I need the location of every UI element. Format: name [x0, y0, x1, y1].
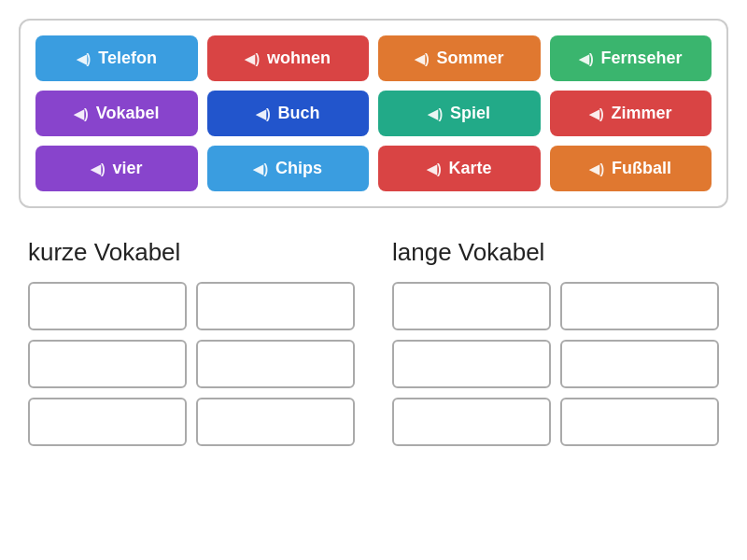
chip-zimmer[interactable]: ◀)Zimmer	[550, 91, 712, 136]
chip-label: Buch	[278, 104, 320, 123]
top-panel: ◀)Telefon◀)wohnen◀)Sommer◀)Fernseher◀)Vo…	[19, 19, 728, 208]
drop-box[interactable]	[196, 398, 355, 446]
drop-box[interactable]	[392, 340, 551, 388]
speaker-icon: ◀)	[245, 51, 260, 66]
speaker-icon: ◀)	[91, 161, 106, 176]
speaker-icon: ◀)	[77, 51, 92, 66]
speaker-icon: ◀)	[415, 51, 430, 66]
drop-box[interactable]	[560, 340, 719, 388]
chip-label: Spiel	[450, 104, 490, 123]
chip-buch[interactable]: ◀)Buch	[207, 91, 370, 136]
drop-box[interactable]	[28, 282, 187, 330]
chip-label: Chips	[275, 159, 322, 178]
chip-fernseher[interactable]: ◀)Fernseher	[550, 35, 712, 81]
speaker-icon: ◀)	[256, 106, 271, 121]
chip-label: Karte	[449, 159, 492, 178]
chip-telefon[interactable]: ◀)Telefon	[35, 35, 198, 81]
category-short-title: kurze Vokabel	[28, 238, 355, 267]
chip-vokabel[interactable]: ◀)Vokabel	[35, 91, 198, 136]
chip-label: Sommer	[437, 49, 504, 68]
chip-label: Telefon	[98, 49, 157, 68]
category-long: lange Vokabel	[392, 238, 719, 446]
drop-box[interactable]	[196, 282, 355, 330]
chip-chips[interactable]: ◀)Chips	[207, 146, 370, 191]
category-short: kurze Vokabel	[28, 238, 355, 446]
speaker-icon: ◀)	[74, 106, 89, 121]
chip-sommer[interactable]: ◀)Sommer	[378, 35, 541, 81]
drop-box[interactable]	[560, 282, 719, 330]
chip-label: wohnen	[267, 49, 331, 68]
chip-vier[interactable]: ◀)vier	[35, 146, 198, 191]
drop-box[interactable]	[196, 340, 355, 388]
speaker-icon: ◀)	[589, 161, 604, 176]
bottom-section: kurze Vokabel lange Vokabel	[19, 238, 728, 446]
chip-label: vier	[113, 159, 143, 178]
chip-label: Vokabel	[96, 104, 160, 123]
drop-box[interactable]	[560, 398, 719, 446]
category-long-title: lange Vokabel	[392, 238, 719, 267]
speaker-icon: ◀)	[579, 51, 594, 66]
drop-box[interactable]	[392, 282, 551, 330]
speaker-icon: ◀)	[428, 106, 443, 121]
chip-label: Fernseher	[601, 49, 683, 68]
chip-karte[interactable]: ◀)Karte	[378, 146, 541, 191]
chip-wohnen[interactable]: ◀)wohnen	[207, 35, 370, 81]
drop-grid-short	[28, 282, 355, 446]
drop-box[interactable]	[392, 398, 551, 446]
speaker-icon: ◀)	[253, 161, 268, 176]
speaker-icon: ◀)	[589, 106, 604, 121]
chip-fussball[interactable]: ◀)Fußball	[550, 146, 712, 191]
chip-label: Zimmer	[612, 104, 672, 123]
chip-label: Fußball	[612, 159, 671, 178]
drop-box[interactable]	[28, 340, 187, 388]
drop-box[interactable]	[28, 398, 187, 446]
chip-spiel[interactable]: ◀)Spiel	[378, 91, 541, 136]
drop-grid-long	[392, 282, 719, 446]
speaker-icon: ◀)	[427, 161, 442, 176]
